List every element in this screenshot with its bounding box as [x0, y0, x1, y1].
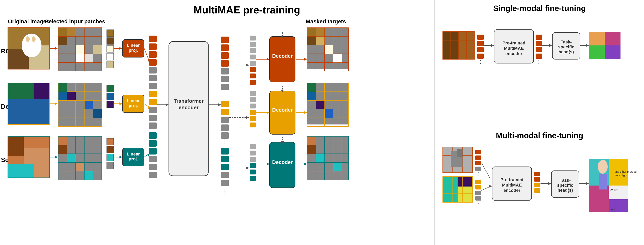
- single-modal-title: Single-modal fine-tuning: [441, 4, 638, 13]
- ellipsis-rgb: ⋮: [222, 90, 228, 96]
- svg-rect-90: [221, 68, 229, 74]
- svg-rect-42: [93, 109, 102, 118]
- rgb-selected-grid: [58, 28, 102, 71]
- svg-rect-239: [475, 196, 481, 200]
- arrow-rgb-2-head: [120, 47, 122, 50]
- rgb-mask-tokens: [250, 36, 256, 85]
- multi-modal-diagram: ⋮ ⋮ Pre-trained MultiMAE encoder: [441, 143, 638, 245]
- multi-modal-title: Multi-modal fine-tuning: [441, 131, 638, 140]
- svg-rect-237: [475, 185, 481, 190]
- svg-rect-20: [107, 30, 114, 36]
- svg-text:⋮: ⋮: [478, 59, 483, 64]
- svg-rect-149: [307, 83, 316, 92]
- svg-rect-71: [149, 59, 156, 66]
- depth-blue: [8, 99, 49, 124]
- svg-rect-85: [149, 172, 156, 178]
- linear-proj-depth-label2: proj.: [128, 103, 138, 108]
- svg-rect-62: [76, 162, 84, 171]
- svg-rect-88: [221, 52, 229, 59]
- svg-rect-14: [58, 36, 67, 45]
- svg-rect-172: [307, 136, 316, 145]
- linear-proj-rgb-label2: proj.: [128, 48, 138, 53]
- dashed-arrow-rgb-head: [246, 64, 249, 66]
- svg-rect-83: [149, 156, 156, 162]
- svg-rect-110: [250, 80, 256, 85]
- svg-rect-19: [93, 45, 102, 54]
- rgb-tokens-right: [221, 36, 229, 90]
- svg-rect-109: [250, 74, 256, 78]
- depth-thumbnails: [107, 85, 114, 108]
- depth-tokens-right: [221, 101, 229, 139]
- svg-rect-41: [84, 100, 93, 109]
- svg-rect-232: [475, 156, 481, 160]
- svg-rect-199: [536, 47, 542, 52]
- semantic-mask-tokens: [250, 144, 256, 181]
- svg-rect-156: [250, 163, 256, 168]
- svg-rect-40: [67, 92, 76, 100]
- depth-selected-grid: [58, 83, 102, 126]
- svg-rect-72: [149, 67, 156, 74]
- svg-rect-131: [250, 97, 256, 102]
- svg-line-242: [482, 186, 490, 190]
- main-container: MultiMAE pre-training Original images Se…: [0, 0, 644, 245]
- svg-rect-61: [67, 154, 76, 162]
- svg-rect-134: [250, 116, 256, 121]
- right-section: Single-modal fine-tuning ⋮: [434, 0, 644, 245]
- rgb-target-grid: [307, 28, 348, 71]
- svg-rect-96: [221, 124, 229, 131]
- multi-modal-panel: Multi-modal fine-tuning: [441, 131, 638, 245]
- svg-rect-89: [221, 60, 229, 66]
- svg-rect-70: [149, 51, 156, 58]
- semantic-target-grid: [307, 136, 348, 180]
- svg-rect-108: [250, 67, 256, 72]
- semantic-decoder-label: Decoder: [272, 159, 293, 165]
- svg-rect-74: [149, 83, 156, 89]
- rgb-tokens-left: [149, 36, 156, 89]
- svg-rect-66: [107, 154, 114, 161]
- svg-rect-213: [589, 46, 605, 59]
- svg-rect-127: [325, 45, 333, 54]
- svg-text:specific: specific: [557, 183, 573, 188]
- svg-text:encoder: encoder: [505, 51, 522, 56]
- arrow-sem-1-head: [55, 156, 58, 158]
- svg-rect-264: [589, 186, 609, 212]
- arrow-rgb-to-tokens: [144, 48, 148, 59]
- single-modal-diagram: ⋮ Pre-trained MultiMAE encoder ⋮: [441, 16, 638, 111]
- svg-rect-125: [307, 36, 316, 45]
- svg-rect-69: [149, 44, 156, 50]
- svg-rect-77: [149, 107, 156, 113]
- svg-rect-60: [58, 145, 67, 154]
- svg-rect-238: [475, 191, 481, 195]
- svg-rect-104: [250, 42, 256, 47]
- svg-rect-222: [456, 149, 462, 157]
- arrow-depth-to-target-head: [304, 111, 307, 114]
- rgb-decoder-label: Decoder: [272, 53, 293, 59]
- svg-rect-236: [475, 180, 481, 184]
- semantic-selected-grid: [58, 136, 102, 180]
- svg-rect-91: [221, 76, 229, 82]
- svg-text:Pre-trained: Pre-trained: [502, 40, 525, 46]
- svg-rect-187: [477, 41, 484, 46]
- svg-rect-105: [250, 48, 256, 53]
- dashed-arrow-depth-head: [246, 116, 249, 119]
- svg-marker-203: [550, 44, 552, 47]
- svg-rect-75: [149, 91, 156, 97]
- svg-rect-18: [84, 54, 93, 62]
- pretraining-diagram: Original images Selected input patches M…: [0, 6, 430, 239]
- svg-rect-224: [443, 177, 458, 202]
- svg-text:person: person: [610, 188, 618, 191]
- svg-text:⋮: ⋮: [476, 172, 480, 176]
- svg-rect-87: [221, 44, 229, 51]
- svg-text:specific: specific: [558, 44, 574, 50]
- svg-rect-133: [250, 110, 256, 115]
- svg-rect-157: [250, 170, 256, 174]
- svg-rect-106: [250, 54, 256, 60]
- depth-mask-tokens: [250, 91, 256, 128]
- svg-rect-151: [316, 100, 324, 109]
- svg-rect-175: [333, 162, 342, 171]
- svg-rect-93: [221, 101, 229, 107]
- svg-rect-268: [599, 174, 607, 190]
- svg-rect-186: [477, 34, 484, 40]
- arrow-sem-to-tokens-head: [148, 154, 150, 156]
- svg-rect-99: [221, 156, 229, 162]
